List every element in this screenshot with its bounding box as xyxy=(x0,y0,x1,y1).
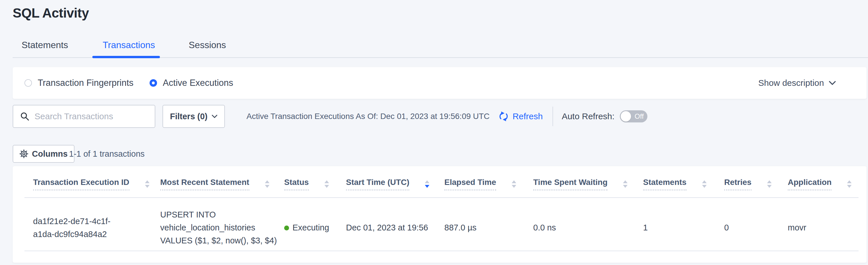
auto-refresh-label: Auto Refresh: xyxy=(562,111,614,121)
radio-label: Active Executions xyxy=(163,78,233,88)
refresh-label: Refresh xyxy=(513,111,543,121)
sort-icon[interactable] xyxy=(847,180,851,188)
search-box[interactable] xyxy=(13,105,155,128)
column-header-transaction-execution-id[interactable]: Transaction Execution ID xyxy=(33,178,129,190)
active-tab-indicator xyxy=(92,56,160,58)
column-header-application[interactable]: Application xyxy=(788,178,832,190)
chevron-down-icon xyxy=(212,115,217,118)
search-input[interactable] xyxy=(34,111,149,121)
radio-selected-icon[interactable] xyxy=(150,79,157,87)
column-header-retries[interactable]: Retries xyxy=(724,178,751,190)
toggle-state-label: Off xyxy=(635,112,644,121)
column-header-elapsed-time[interactable]: Elapsed Time xyxy=(444,178,496,190)
sort-icon[interactable] xyxy=(623,180,627,188)
chevron-down-icon xyxy=(829,81,836,85)
result-count: 1-1 of 1 transactions xyxy=(69,145,145,163)
table-header-row: Transaction Execution ID Most Recent Sta… xyxy=(25,166,859,197)
show-description-label: Show description xyxy=(758,78,824,88)
column-header-status[interactable]: Status xyxy=(284,178,309,190)
gear-icon xyxy=(20,150,28,158)
sort-icon-active-desc[interactable] xyxy=(425,180,429,188)
sort-icon[interactable] xyxy=(767,180,772,188)
columns-button[interactable]: Columns xyxy=(13,145,74,163)
cell-statement-link[interactable]: UPSERT INTO vehicle_location_histories V… xyxy=(160,208,279,247)
column-header-time-spent-waiting[interactable]: Time Spent Waiting xyxy=(533,178,608,190)
sort-icon[interactable] xyxy=(324,180,329,188)
tab-statements[interactable]: Statements xyxy=(22,40,68,50)
radio-unselected-icon[interactable] xyxy=(25,79,32,87)
controls-divider xyxy=(553,107,553,126)
column-header-start-time[interactable]: Start Time (UTC) xyxy=(346,178,409,190)
cell-retries: 0 xyxy=(724,197,788,251)
cell-statements-count: 1 xyxy=(643,197,724,251)
cell-application: movr xyxy=(788,197,859,251)
tab-sessions[interactable]: Sessions xyxy=(189,40,226,50)
radio-active-executions[interactable]: Active Executions xyxy=(150,78,233,88)
search-icon xyxy=(20,112,29,121)
sort-icon[interactable] xyxy=(702,180,707,188)
toggle-knob-icon xyxy=(621,111,631,122)
sort-icon[interactable] xyxy=(265,180,270,188)
sort-icon[interactable] xyxy=(512,180,516,188)
refresh-button[interactable]: Refresh xyxy=(498,111,543,122)
cell-status: Executing xyxy=(292,223,329,232)
transactions-table: Transaction Execution ID Most Recent Sta… xyxy=(25,166,859,251)
auto-refresh-toggle[interactable]: Off xyxy=(620,110,647,123)
view-options-card: Transaction Fingerprints Active Executio… xyxy=(13,67,867,99)
column-header-most-recent-statement[interactable]: Most Recent Statement xyxy=(160,178,249,190)
cell-execution-id: da1f21e2-de71-4c1f-a1da-dc9fc94a84a2 xyxy=(33,215,129,241)
radio-transaction-fingerprints[interactable]: Transaction Fingerprints xyxy=(25,78,133,88)
page-title: SQL Activity xyxy=(13,5,89,21)
transactions-table-card: Transaction Execution ID Most Recent Sta… xyxy=(13,166,867,263)
cell-elapsed-time: 887.0 µs xyxy=(444,197,533,251)
table-row: da1f21e2-de71-4c1f-a1da-dc9fc94a84a2 UPS… xyxy=(25,197,859,251)
cell-start-time: Dec 01, 2023 at 19:56 xyxy=(346,197,444,251)
as-of-timestamp: Active Transaction Executions As Of: Dec… xyxy=(246,112,490,121)
column-header-statements[interactable]: Statements xyxy=(643,178,686,190)
refresh-icon xyxy=(498,111,509,122)
cell-time-spent-waiting: 0.0 ns xyxy=(533,197,643,251)
sort-icon[interactable] xyxy=(145,180,150,188)
show-description-toggle[interactable]: Show description xyxy=(758,78,836,88)
columns-button-label: Columns xyxy=(32,149,68,159)
filters-label: Filters (0) xyxy=(170,112,208,121)
radio-label: Transaction Fingerprints xyxy=(38,78,133,88)
filters-button[interactable]: Filters (0) xyxy=(162,105,225,128)
tab-transactions[interactable]: Transactions xyxy=(103,40,155,50)
status-executing-dot-icon xyxy=(284,226,289,231)
